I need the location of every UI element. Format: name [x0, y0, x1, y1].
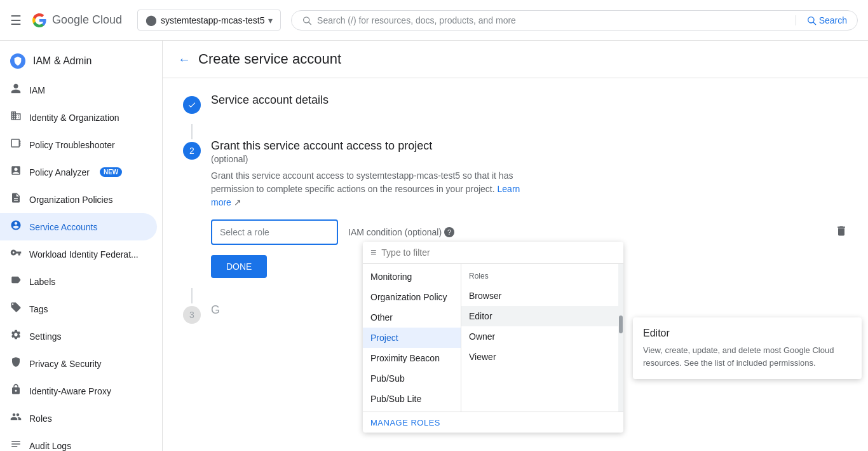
- sidebar-item-labels-label: Labels: [29, 277, 55, 287]
- search-icon: [302, 15, 312, 26]
- back-button[interactable]: ←: [178, 52, 191, 67]
- sidebar-header: IAM & Admin: [0, 46, 162, 76]
- dropdown-scrollbar-thumb: [619, 316, 623, 333]
- step-connector-2: [191, 288, 193, 303]
- dropdown-scrollbar[interactable]: [618, 264, 623, 412]
- sidebar-item-iam-label: IAM: [29, 85, 45, 95]
- sidebar-item-workload-identity[interactable]: Workload Identity Federat...: [0, 240, 157, 268]
- page-title: Create service account: [198, 51, 341, 67]
- category-project[interactable]: Project: [363, 328, 461, 348]
- step-1-indicator: [183, 96, 201, 114]
- role-select-row: Select a role IAM condition (optional) ?: [211, 219, 848, 245]
- roles-icon: [10, 411, 22, 426]
- role-editor[interactable]: Editor: [461, 306, 618, 326]
- workload-identity-icon: [10, 247, 22, 261]
- role-selector[interactable]: Select a role: [211, 219, 338, 245]
- sidebar-item-iap-label: Identity-Aware Proxy: [29, 386, 111, 396]
- step-1-content: Service account details: [211, 94, 848, 107]
- role-owner[interactable]: Owner: [461, 326, 618, 347]
- external-link-icon: ↗: [234, 197, 241, 207]
- dropdown-filter-row: ≡: [363, 242, 623, 264]
- role-viewer[interactable]: Viewer: [461, 347, 618, 367]
- step-2-title-row: Grant this service account access to pro…: [211, 139, 848, 153]
- manage-roles-link[interactable]: MANAGE ROLES: [370, 418, 440, 427]
- privacy-security-icon: [10, 356, 22, 371]
- dropdown-filter-input[interactable]: [381, 247, 616, 258]
- sidebar-item-tags[interactable]: Tags: [0, 295, 157, 323]
- search-button[interactable]: Search: [796, 15, 847, 25]
- identity-org-icon: [10, 110, 22, 125]
- sidebar-item-identity-organization[interactable]: Identity & Organization: [0, 104, 157, 131]
- dropdown-body: Monitoring Organization Policy Other Pro…: [363, 264, 623, 412]
- search-input[interactable]: [317, 15, 790, 25]
- step-2-subtitle: (optional): [211, 154, 848, 164]
- menu-icon[interactable]: ☰: [10, 13, 22, 28]
- dropdown-roles-list: Roles Browser Editor Owner Viewer: [461, 264, 618, 412]
- delete-role-button[interactable]: [835, 225, 848, 240]
- tooltip-title: Editor: [643, 328, 851, 339]
- sidebar-item-service-accounts[interactable]: Service Accounts: [0, 213, 157, 240]
- google-cloud-logo: Google Cloud: [32, 13, 122, 28]
- sidebar-item-iam[interactable]: IAM: [0, 76, 157, 104]
- project-name: systemtestapp-mcas-test5: [161, 15, 264, 25]
- page-header: ← Create service account: [163, 41, 868, 78]
- tags-icon: [10, 302, 22, 316]
- category-proximity-beacon[interactable]: Proximity Beacon: [363, 348, 461, 368]
- policy-troubleshooter-icon: [10, 137, 22, 152]
- sidebar-title: IAM & Admin: [33, 55, 92, 67]
- google-logo-icon: [32, 13, 47, 28]
- dropdown-categories: Monitoring Organization Policy Other Pro…: [363, 264, 461, 412]
- topbar: ☰ Google Cloud ⬤ systemtestapp-mcas-test…: [0, 0, 868, 41]
- sidebar-item-identity-aware-proxy[interactable]: Identity-Aware Proxy: [0, 377, 157, 405]
- service-accounts-icon: [10, 219, 22, 234]
- sidebar-item-privacy-label: Privacy & Security: [29, 359, 102, 369]
- project-selector[interactable]: ⬤ systemtestapp-mcas-test5 ▾: [137, 10, 281, 31]
- project-dropdown-icon: ▾: [268, 15, 273, 25]
- step-2-indicator: 2: [183, 142, 201, 160]
- category-organization-policy[interactable]: Organization Policy: [363, 287, 461, 307]
- logo-text: Google Cloud: [52, 13, 122, 27]
- category-pubsub-lite[interactable]: Pub/Sub Lite: [363, 389, 461, 409]
- category-pubsub[interactable]: Pub/Sub: [363, 368, 461, 389]
- iam-condition-label: IAM condition (optional) ?: [348, 227, 454, 237]
- role-browser[interactable]: Browser: [461, 286, 618, 306]
- checkmark-icon: [187, 101, 196, 109]
- category-monitoring[interactable]: Monitoring: [363, 267, 461, 287]
- sidebar-item-privacy-security[interactable]: Privacy & Security: [0, 350, 157, 377]
- sidebar-item-policy-analyzer[interactable]: Policy Analyzer NEW: [0, 158, 157, 186]
- sidebar-item-troubleshooter-label: Policy Troubleshooter: [29, 140, 115, 150]
- sidebar-item-labels[interactable]: Labels: [0, 268, 157, 295]
- iam-condition-help-icon[interactable]: ?: [444, 227, 454, 237]
- role-tooltip: Editor View, create, update, and delete …: [633, 317, 862, 379]
- step-2-description: Grant this service account access to sys…: [211, 169, 541, 209]
- sidebar-item-roles[interactable]: Roles: [0, 405, 157, 432]
- search-bar[interactable]: Search: [291, 10, 858, 31]
- svg-line-1: [309, 22, 311, 24]
- trash-icon: [835, 225, 848, 237]
- policy-analyzer-badge: NEW: [100, 167, 122, 177]
- sidebar-item-org-policies-label: Organization Policies: [29, 195, 113, 205]
- done-button[interactable]: DONE: [211, 255, 267, 278]
- sidebar-item-roles-label: Roles: [29, 413, 52, 424]
- shield-icon: [13, 56, 23, 66]
- project-icon: ⬤: [146, 14, 157, 26]
- sidebar-item-policy-troubleshooter[interactable]: Policy Troubleshooter: [0, 131, 157, 158]
- sidebar-item-tags-label: Tags: [29, 304, 48, 314]
- iam-icon: [10, 83, 22, 97]
- content-area: ← Create service account Service account…: [163, 41, 868, 451]
- svg-line-3: [813, 22, 816, 25]
- sidebar-item-organization-policies[interactable]: Organization Policies: [0, 186, 157, 213]
- sidebar-item-settings-label: Settings: [29, 331, 62, 342]
- identity-aware-proxy-icon: [10, 384, 22, 398]
- sidebar-item-settings[interactable]: Settings: [0, 323, 157, 350]
- sidebar-item-audit-logs[interactable]: Audit Logs: [0, 432, 157, 451]
- sidebar-item-audit-logs-label: Audit Logs: [29, 441, 71, 451]
- org-policies-icon: [10, 192, 22, 207]
- step-1-title: Service account details: [211, 94, 848, 107]
- category-other[interactable]: Other: [363, 307, 461, 328]
- dropdown-footer: MANAGE ROLES: [363, 412, 623, 433]
- search-btn-icon: [806, 15, 817, 25]
- labels-icon: [10, 274, 22, 289]
- roles-header: Roles: [461, 267, 618, 286]
- audit-logs-icon: [10, 438, 22, 451]
